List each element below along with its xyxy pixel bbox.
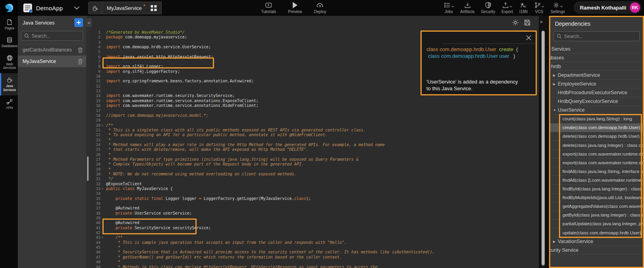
close-icon[interactable] — [526, 35, 531, 40]
dependency-tree-item[interactable]: ▶VacationService — [550, 237, 643, 246]
dependency-method-item[interactable]: findById(class java.lang.Integer) : clas… — [550, 185, 643, 194]
play-icon — [292, 2, 298, 9]
pages-icon — [6, 19, 13, 25]
code-line: 19 — [90, 118, 539, 123]
dependency-tree-item[interactable]: Databases — [550, 53, 643, 62]
fold-gutter — [102, 220, 105, 225]
service-name: getCardsAndBalances — [23, 47, 78, 53]
line-number: 40 — [90, 220, 102, 225]
dependency-tree-item[interactable]: ▼UserService — [550, 106, 643, 115]
code-text — [105, 59, 106, 64]
dependency-method-item[interactable]: export(class com.wavemaker.runtime.data — [550, 158, 643, 167]
security-button[interactable]: Security — [481, 2, 495, 14]
code-line: 39 — [90, 216, 539, 220]
dependency-tree-item[interactable]: HrdbProcedureExecutorService — [550, 88, 643, 97]
fold-marker-icon[interactable]: ▾ — [102, 235, 105, 240]
fold-gutter — [102, 201, 105, 206]
dependency-tree-item[interactable]: HrdbQueryExecutorService — [550, 97, 643, 106]
chevron-right-icon[interactable]: ▶ — [553, 82, 555, 86]
rail-item-java-services[interactable]: Java Services — [0, 73, 18, 95]
line-number: 13 — [90, 89, 102, 93]
fold-gutter — [102, 84, 105, 89]
rail-item-web-services[interactable]: Web Services — [0, 51, 18, 74]
i18n-button[interactable]: AI18N — [519, 2, 528, 14]
chevron-right-icon[interactable]: ▶ — [553, 239, 555, 243]
apps-grid-icon[interactable] — [145, 5, 161, 11]
rail-item-databases[interactable]: Databases — [0, 34, 18, 51]
trash-icon[interactable] — [78, 47, 83, 53]
dependency-method-item[interactable]: getById(class java.lang.Integer) : class… — [550, 211, 643, 220]
open-file-tab[interactable]: MyJavaService * — [88, 2, 162, 14]
service-name: MyJavaService — [23, 59, 78, 64]
tree-item-label: getById(class java.lang.Integer) : class… — [563, 213, 643, 217]
tutorials-button[interactable]: Tutorials — [261, 2, 276, 14]
wavemaker-logo[interactable] — [0, 0, 18, 16]
dependency-method-item[interactable]: findByMultipleIds(java.util.List, boolea… — [550, 194, 643, 202]
dependency-method-item[interactable]: delete(class java.lang.Integer) : class … — [550, 141, 643, 150]
service-search-input[interactable] — [32, 33, 80, 39]
dependency-tree-item[interactable]: Services — [550, 45, 643, 53]
code-text: * This is a singleton class with all its… — [105, 128, 366, 133]
tree-item-label: findByMultipleIds(java.util.List, boolea… — [563, 195, 643, 200]
rail-item-apis[interactable]: APIs — [0, 95, 18, 113]
settings-button[interactable]: Settings — [551, 2, 565, 14]
services-scrollbar[interactable] — [86, 16, 90, 268]
trash-icon[interactable] — [78, 59, 83, 65]
collapse-panel-button[interactable]: « — [86, 18, 92, 27]
tree-item-label: Security Service — [550, 247, 578, 253]
artifacts-button[interactable]: Artifacts — [460, 2, 475, 14]
user-menu[interactable]: Ramesh Kothapalli RK — [574, 1, 642, 14]
tree-item-label: export(class com.wavemaker.runtime.data — [563, 152, 643, 156]
fold-gutter — [102, 49, 105, 54]
dependency-method-item[interactable]: create(class com.demoapp.hrdb.User) : cl… — [550, 124, 643, 132]
deploy-button[interactable]: Deploy — [314, 2, 326, 14]
vcs-button[interactable]: VCS — [534, 2, 544, 14]
line-number: 46 — [90, 250, 102, 255]
dependencies-scrollbar[interactable] — [542, 30, 545, 267]
dependencies-search-input[interactable] — [564, 34, 636, 39]
dependency-method-item[interactable]: partialUpdate(class java.lang.Integer, j… — [550, 220, 643, 228]
dependency-tree-item[interactable]: ▶DepartmentService — [550, 71, 643, 80]
dependency-method-item[interactable]: count(class java.lang.String) : long — [550, 115, 643, 124]
code-text: * Complex Types/Objects will become part… — [105, 162, 304, 167]
dependency-method-item[interactable]: update(class com.demoapp.hrdb.User) : cl — [550, 228, 643, 237]
fold-gutter — [102, 89, 105, 93]
dependency-method-item[interactable]: export(class com.wavemaker.runtime.data — [550, 150, 643, 158]
rail-item-pages[interactable]: Pages — [0, 16, 18, 34]
line-number: 20 — [90, 123, 102, 128]
vcs-label: VCS — [535, 10, 544, 14]
scrollbar-thumb[interactable] — [87, 156, 89, 181]
fold-gutter — [102, 108, 105, 113]
scrollbar-thumb[interactable] — [542, 31, 545, 265]
jobs-button[interactable]: Jobs — [444, 2, 454, 14]
service-list-item[interactable]: MyJavaService — [18, 56, 86, 67]
fold-marker-icon[interactable]: ▾ — [102, 186, 105, 191]
signature-method-name: create — [498, 46, 513, 52]
expand-panel-button[interactable]: » — [540, 19, 543, 25]
preview-button[interactable]: Preview — [288, 2, 302, 14]
editor-settings-gear-icon[interactable] — [512, 19, 519, 26]
tree-item-label: delete(class com.demoapp.hrdb.User) : vo — [563, 134, 643, 139]
dependency-tree-item[interactable]: ▶EmployeeService — [550, 80, 643, 88]
line-number: 16 — [90, 103, 102, 108]
dependency-method-item[interactable]: delete(class com.demoapp.hrdb.User) : vo — [550, 132, 643, 141]
fold-marker-icon[interactable]: ▾ — [102, 123, 105, 128]
add-service-button[interactable] — [74, 18, 83, 27]
tree-item-label: Databases — [550, 55, 564, 61]
dependency-method-item[interactable]: findAll(class [Lcom.wavemaker.runtime.da — [550, 176, 643, 184]
project-switcher[interactable]: DemoApp — [23, 4, 63, 12]
artifacts-icon — [464, 2, 471, 9]
chevron-right-icon[interactable]: ▶ — [553, 73, 555, 77]
dependency-tree-item[interactable]: hrdb — [550, 62, 643, 71]
export-button[interactable]: Export — [502, 2, 513, 14]
dependency-method-item[interactable]: getAggregatedValues(class com.wavemak — [550, 202, 643, 211]
service-list-item[interactable]: getCardsAndBalances — [18, 44, 86, 56]
code-editor[interactable]: 1/*Generated by WaveMaker Studio*/2packa… — [90, 16, 539, 268]
dependency-tree-item[interactable]: Security Service — [550, 246, 643, 255]
chevron-down-icon[interactable] — [74, 6, 80, 10]
export-icon — [502, 2, 509, 9]
dependency-method-item[interactable]: findAll(class java.lang.String, interfac… — [550, 167, 643, 176]
chevron-down-icon[interactable]: ▼ — [553, 108, 556, 112]
save-icon[interactable] — [524, 19, 531, 26]
method-signature-line1: class com.demoapp.hrdb.User create ( — [426, 46, 518, 52]
